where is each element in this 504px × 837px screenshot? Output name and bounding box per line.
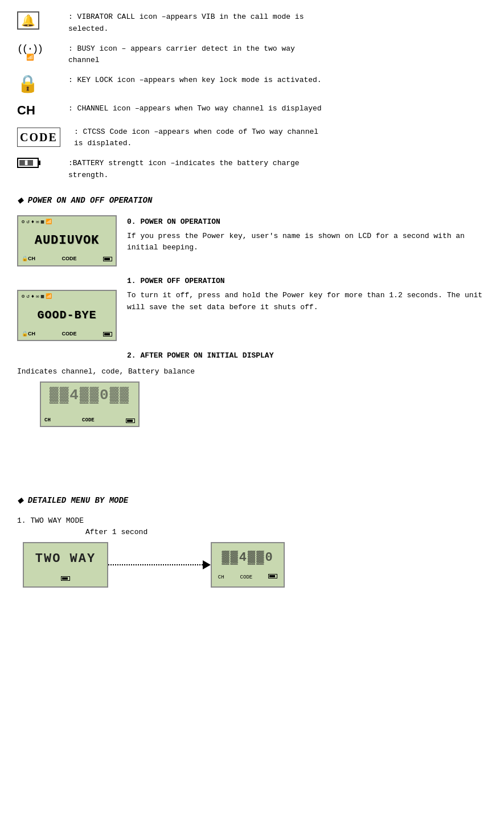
after-1sec-row: TWO WAY ▓▓4▓▓0 CH CODE — [23, 542, 487, 588]
diamond-icon: ◆ — [17, 193, 23, 208]
battery-desc: :BATTERY strengtt icon –indicates the ba… — [63, 158, 487, 182]
busy-icon-cell: ((·)) 📶 — [17, 43, 63, 62]
vibrator-icon: 🔔 — [17, 11, 39, 30]
after-power-lcd-main: ▓▓4▓▓0▓▓ — [50, 384, 130, 407]
two-way-mode-label: 1. TWO WAY MODE — [17, 515, 487, 527]
channel-row: CH : CHANNEL icon –appears when Two way … — [17, 103, 487, 118]
two-way-lcd1-text: TWO WAY — [27, 549, 104, 568]
arrow-head-icon — [203, 560, 211, 569]
channel-icon-cell: CH — [17, 103, 63, 118]
two-way-lcd1: TWO WAY — [23, 542, 108, 588]
spacer1 — [17, 436, 487, 453]
after-1sec-label: After 1 second — [85, 527, 487, 538]
power-off-label: 1. POWER OFF OPERATION — [127, 276, 487, 287]
power-section-heading: ◆ POWER ON AND OFF OPERATION — [17, 193, 487, 208]
after-power-text: Indicates channel, code, Battery balance — [17, 366, 487, 378]
after-power-label: 2. AFTER POWER ON INITIAL DISPLAY — [127, 351, 273, 360]
spacer2 — [17, 453, 487, 470]
arrow-indicator — [108, 560, 211, 569]
ctcss-desc: : CTCSS Code icon –appears when code of … — [68, 126, 487, 150]
power-off-text: To turn it off, press and hold the Power… — [127, 290, 487, 314]
detailed-menu-heading: ◆ DETAILED MENU BY MODE — [17, 493, 487, 508]
busy-desc: : BUSY icon – appears carrier detect in … — [63, 43, 487, 67]
vibrator-desc: : VIBRATOR CALL icon –appears VIB in the… — [63, 11, 487, 35]
channel-icon: CH — [17, 103, 35, 118]
after-power-lcd: ▓▓4▓▓0▓▓ CH CODE — [40, 381, 140, 427]
power-off-lcd: ⚙ ↺ ♦ ✉ ▦ 📶 GOOD-BYE 🔒CH CODE — [17, 290, 117, 341]
channel-desc: : CHANNEL icon –appears when Two way cha… — [63, 103, 487, 115]
battery-icon-cell: ▐▌ — [17, 158, 63, 168]
diamond-icon-2: ◆ — [17, 493, 23, 508]
dots-line — [108, 564, 203, 565]
vibrator-icon-cell: 🔔 — [17, 11, 63, 30]
power-off-lcd-text: GOOD-BYE — [37, 307, 96, 324]
battery-icon: ▐▌ — [17, 158, 39, 168]
power-on-text: 0. POWER ON OPERATION If you press the P… — [127, 215, 487, 254]
spacer3 — [17, 470, 487, 487]
two-way-lcd2: ▓▓4▓▓0 CH CODE — [211, 542, 285, 588]
ctcss-row: CODE : CTCSS Code icon –appears when cod… — [17, 126, 487, 150]
busy-icon: ((·)) 📶 — [17, 43, 42, 62]
battery-row: ▐▌ :BATTERY strengtt icon –indicates the… — [17, 158, 487, 182]
ctcss-icon-cell: CODE — [17, 126, 68, 147]
busy-row: ((·)) 📶 : BUSY icon – appears carrier de… — [17, 43, 487, 67]
keylock-icon: 🔒 — [17, 75, 38, 95]
power-on-lcd-text: AUDIUVOK — [35, 231, 100, 250]
after-power-section: 2. AFTER POWER ON INITIAL DISPLAY Indica… — [17, 350, 487, 427]
keylock-icon-cell: 🔒 — [17, 75, 63, 95]
keylock-desc: : KEY LOCK icon –appears when key lock m… — [63, 75, 487, 87]
two-way-lcd2-text: ▓▓4▓▓0 — [222, 548, 273, 567]
power-on-lcd: ⚙ ↺ ♦ ✉ ▦ 📶 AUDIUVOK 🔒CH CODE — [17, 215, 117, 266]
power-off-section: ⚙ ↺ ♦ ✉ ▦ 📶 GOOD-BYE 🔒CH CODE To turn it… — [17, 290, 487, 341]
power-on-section: ⚙ ↺ ♦ ✉ ▦ 📶 AUDIUVOK 🔒CH CODE 0. POWER O… — [17, 215, 487, 266]
keylock-row: 🔒 : KEY LOCK icon –appears when key lock… — [17, 75, 487, 95]
vibrator-row: 🔔 : VIBRATOR CALL icon –appears VIB in t… — [17, 11, 487, 35]
ctcss-icon: CODE — [17, 128, 60, 147]
